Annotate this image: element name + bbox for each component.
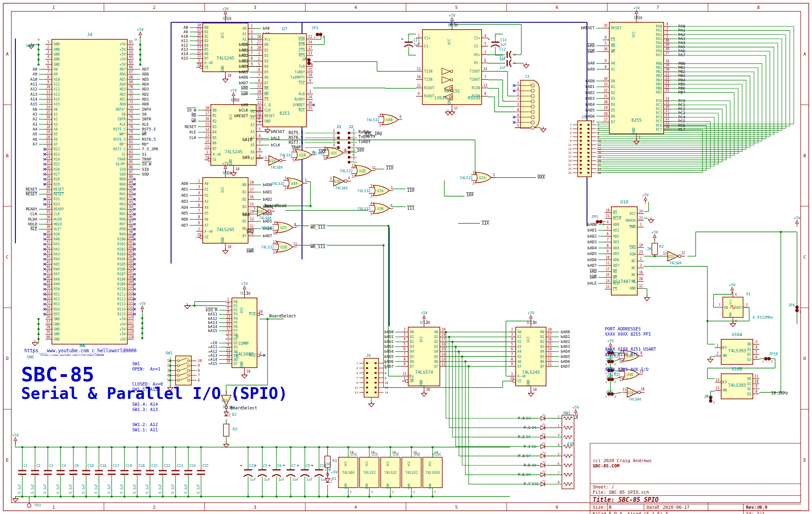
svg-text:+5V: +5V [120,327,126,331]
svg-text:Q1: Q1 [747,347,751,351]
svg-text:A9: A9 [184,30,189,34]
svg-text:1: 1 [717,344,719,347]
svg-text:P=Q: P=Q [249,312,255,316]
svg-text:R28: R28 [54,177,60,181]
svg-text:1XX: 1XX [319,150,326,154]
svg-text:17: 17 [665,109,669,113]
gate-U1B[interactable]: 34U1B74LS04 [329,176,351,190]
svg-text:14: 14 [226,351,230,355]
svg-text:78: 78 [129,125,133,129]
ic-J4[interactable]: J41GND2GND3GND4GND5GND6A8A87A9A98A10A109… [26,32,159,344]
svg-text:SW1: SW1 [165,351,172,355]
schematic-drawing[interactable]: 1122334455667788AABBCCDDEE◇◇+5V+5V+5V+5V… [0,0,812,514]
oscillator-X1[interactable]: ENOUTVccGND1584 [718,292,748,327]
svg-text:bAD6: bAD6 [585,114,595,118]
svg-text:74LS393: 74LS393 [728,383,746,388]
connector-J5[interactable]: 1234567891011121314151617181920212223242… [568,121,601,177]
svg-text:PA7: PA7 [656,53,662,57]
svg-text:BoardSelect: BoardSelect [230,406,257,410]
svg-text:bA8: bA8 [263,26,270,30]
gate-U1E[interactable]: 1110U1E74LS04 [622,388,645,401]
svg-text:bAD4: bAD4 [585,102,595,107]
svg-text:VCC: VCC [240,307,244,313]
svg-text:2: 2 [598,123,599,126]
connector-J3[interactable]: 162738495 [513,80,539,129]
svg-text:7: 7 [227,339,229,343]
svg-text:14: 14 [205,128,209,132]
svg-text:113: 113 [128,300,134,304]
gate-U3B[interactable]: 456U3B74LS32 [357,202,393,216]
bulk-caps[interactable]: +C211uF+C51uF+C61uF+C71uF+C91uF+C181uF [240,446,327,497]
svg-text:RxD: RxD [299,92,305,96]
svg-text:16: 16 [46,115,50,119]
svg-text:18: 18 [606,209,610,212]
svg-text:C12: C12 [499,47,506,51]
diodes[interactable] [224,412,332,483]
svg-text:A3: A3 [54,122,58,126]
gate-U2D[interactable]: 121311U2D74LS32 [339,164,376,178]
svg-text:D6: D6 [611,114,615,118]
svg-text:A3: A3 [204,199,208,203]
svg-text:10X: 10X [466,193,473,197]
svg-text:5: 5 [259,128,261,131]
svg-text:5: 5 [251,41,253,44]
ic-U16B[interactable]: U16B74LS39313CP12MR11Q010Q19Q28Q3 [715,366,759,399]
svg-text:E: E [803,458,806,463]
svg-text:A: A [803,51,806,57]
svg-text:0.1uF: 0.1uF [120,484,124,494]
svg-text:2: 2 [511,328,513,332]
svg-text:D3: D3 [611,96,615,101]
svg-text:2: 2 [717,352,719,356]
svg-text:8: 8 [735,293,737,296]
svg-text:26: 26 [257,35,261,39]
svg-text:8: 8 [404,358,406,361]
gate-U4B[interactable]: 456U4B74LS32 [366,113,402,127]
decoupling-caps[interactable]: C10.1uFC20.1uFC30.1uFC40.1uFC80.1uFC100.… [18,446,208,497]
svg-text:+5V: +5V [241,282,248,286]
testpoint-TP2[interactable] [28,504,31,508]
svg-text:20: 20 [236,99,240,102]
svg-text:5: 5 [293,159,295,163]
svg-text:18: 18 [598,155,601,158]
svg-text:P.4: P.4 [518,454,525,458]
svg-text:◇: ◇ [135,37,137,41]
svg-text:MR: MR [723,388,727,392]
gate-U2A[interactable]: 123U2A74LS32 [459,171,495,185]
svg-text:C9: C9 [306,464,310,468]
power-units[interactable]: U1G74LS04147VCCGNDU2E74LS32147VCCGNDU3E7… [339,446,442,497]
gate-U1F[interactable]: 1312U1F74LS04 [663,251,685,265]
ic-U16A[interactable]: U16A74LS3931CP2MR3Q04Q15Q26Q3 [715,332,759,364]
svg-text:B6: B6 [242,227,246,231]
youtube-link-small[interactable]: https://www.youtube.com/c/helloworld0000 [41,353,104,357]
svg-text:+5V: +5V [120,337,126,341]
svg-text:9: 9 [605,59,607,63]
svg-text:U1F: U1F [668,255,674,259]
svg-text:A0: A0 [204,182,208,186]
gate-U3D[interactable]: 121311U3D74LS32 [261,240,297,255]
svg-text:GND: GND [54,47,60,51]
connector-J6[interactable]: 1234567891011121314 [355,358,388,407]
connector-J2[interactable]: J21234567 [348,124,357,163]
svg-text:U3B: U3B [377,207,384,211]
svg-text:2: 2 [323,36,324,39]
ic-U12[interactable]: U1274LS5742D0bAD03D1bAD14D2bAD25D3bAD36D… [384,311,446,396]
resistor-network-RN1[interactable]: P.0D31P.1D42P.2D53P.3D64P.4D75P.5D86P.6D… [518,413,578,489]
svg-text:R100: R100 [118,237,126,241]
ic-U6[interactable]: U6825535RESETbRESET6CS5RDbRD36WRbWR9A0bA… [581,6,686,144]
svg-text:9: 9 [576,415,578,418]
ic-U13[interactable]: U1374LS2452A03A14A25A36A47A58A69A71A->B1… [509,311,570,396]
svg-text:CLK: CLK [189,135,196,140]
gate-U3A[interactable]: 123U3A74LS32 [357,184,393,198]
gate-U2C[interactable]: 9108U2C74LS32 [311,146,347,161]
net-labels[interactable]: bA10bA9bA8bRDbWR1XX10X11X0XX10X11X110111… [230,130,788,410]
kicad-schematic-canvas[interactable]: 1122334455667788AABBCCDDEE◇◇+5V+5V+5V+5V… [0,0,812,514]
resistors[interactable] [223,240,658,467]
connector-J1[interactable]: J11234 [305,124,341,149]
svg-text:bRESET: bRESET [234,114,249,118]
svg-text:bAD3: bAD3 [587,240,597,244]
ic-U10[interactable]: U10DS17487-518KS21RCLR4AD0bAD05AD1bAD16A… [587,199,644,295]
svg-text:18: 18 [46,125,50,129]
gate-U1A[interactable]: 12U1A74LS04 [264,156,286,169]
svg-text:C: C [6,255,9,260]
svg-text:VCC: VCC [632,31,636,37]
